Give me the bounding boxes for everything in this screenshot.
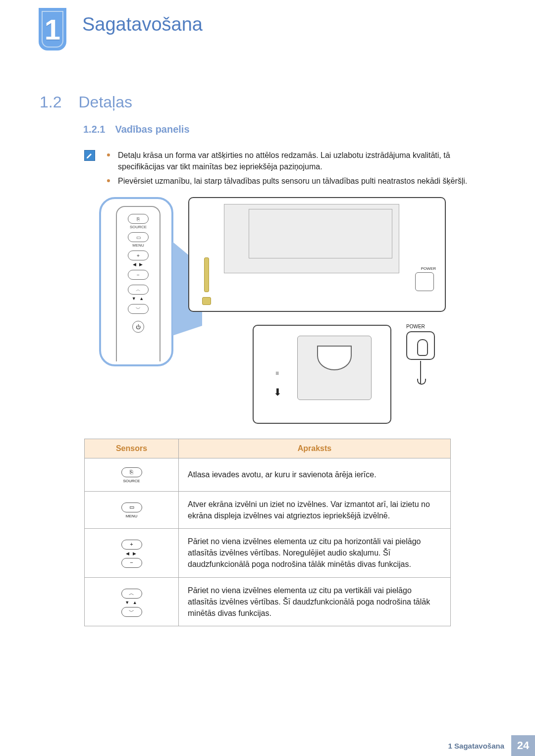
power-cable-icon — [420, 361, 421, 384]
table-row: + ◀ ▶ − Pāriet no viena izvēlnes element… — [85, 528, 451, 577]
up-down-arrows-icon: ▼ ▲ — [132, 296, 145, 301]
table-header-sensors: Sensors — [85, 439, 179, 458]
menu-label: MENU — [132, 243, 144, 248]
note-list: Detaļu krāsa un forma var atšķirties no … — [107, 150, 495, 190]
power-detail-diagram: POWER — [406, 324, 444, 388]
table-cell-desc: Atver ekrāna izvēlni un iziet no izvēlne… — [179, 491, 451, 528]
menu-button-icon: ▭ — [128, 232, 149, 242]
table-cell-desc: Pāriet no viena izvēlnes elementa uz cit… — [179, 577, 451, 626]
plus-minus-button-cell-icon: + ◀ ▶ − — [121, 540, 142, 568]
power-port-label-small: POWER — [421, 266, 436, 271]
sensor-detail-diagram: ≡ ⬇ — [253, 325, 391, 424]
note-icon — [84, 150, 95, 161]
section-heading: 1.2 Detaļas — [40, 93, 132, 111]
controls-table: Sensors Apraksts ⎘ SOURCE Atlasa ievades… — [84, 439, 451, 626]
up-button-icon: ︿ — [128, 285, 149, 295]
subsection-title: Vadības panelis — [115, 124, 189, 135]
note-item: Detaļu krāsa un forma var atšķirties no … — [107, 150, 495, 172]
down-arrow-icon: ⬇ — [273, 386, 282, 398]
page: 1 Sagatavošana 1.2 Detaļas 1.2.1 Vadības… — [0, 0, 535, 756]
power-port-icon — [415, 272, 434, 291]
chapter-tab: 1 — [39, 8, 66, 50]
footer-text: 1 Sagatavošana — [448, 742, 511, 750]
table-cell-desc: Atlasa ievades avotu, ar kuru ir savieno… — [179, 458, 451, 492]
table-cell-desc: Pāriet no viena izvēlnes elementa uz cit… — [179, 528, 451, 577]
control-panel-diagram: ⎘ SOURCE ▭ MENU + ◀ ▶ − ︿ ▼ ▲ ﹀ ⏻ — [99, 197, 446, 425]
plus-button-icon: + — [128, 251, 149, 260]
note-item: Pievērsiet uzmanību, lai starp tālvadība… — [107, 175, 495, 187]
table-row: ▭ MENU Atver ekrāna izvēlni un iziet no … — [85, 491, 451, 528]
up-down-button-cell-icon: ︿ ▼ ▲ ﹀ — [121, 589, 142, 617]
minus-button-icon: − — [128, 270, 149, 280]
chapter-number: 1 — [39, 8, 66, 50]
power-label: POWER — [406, 324, 444, 329]
device-rear-diagram: POWER ≡ ⬇ POWER — [188, 197, 446, 425]
power-button-icon: ⏻ — [132, 321, 144, 333]
section-number: 1.2 — [40, 93, 61, 111]
source-button-cell-icon: ⎘ SOURCE — [121, 467, 142, 484]
subsection-heading: 1.2.1 Vadības panelis — [83, 124, 190, 135]
page-footer: 1 Sagatavošana 24 — [0, 735, 535, 756]
control-panel-callout: ⎘ SOURCE ▭ MENU + ◀ ▶ − ︿ ▼ ▲ ﹀ ⏻ — [99, 197, 173, 366]
table-header-description: Apraksts — [179, 439, 451, 458]
page-number: 24 — [511, 735, 535, 756]
chapter-title: Sagatavošana — [82, 14, 203, 35]
subsection-number: 1.2.1 — [83, 124, 105, 135]
section-title: Detaļas — [78, 93, 132, 111]
table-row: ︿ ▼ ▲ ﹀ Pāriet no viena izvēlnes element… — [85, 577, 451, 626]
down-button-icon: ﹀ — [128, 304, 149, 314]
left-right-arrows-icon: ◀ ▶ — [133, 262, 144, 267]
table-row: ⎘ SOURCE Atlasa ievades avotu, ar kuru i… — [85, 458, 451, 492]
source-label: SOURCE — [130, 225, 147, 229]
power-connector-icon — [406, 331, 435, 360]
menu-button-cell-icon: ▭ MENU — [121, 503, 142, 519]
source-button-icon: ⎘ — [128, 214, 149, 224]
